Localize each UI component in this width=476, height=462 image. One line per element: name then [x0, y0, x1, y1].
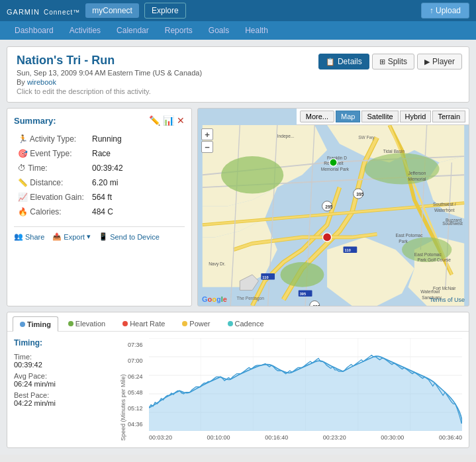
x-axis: 00:03:20 00:10:00 00:16:40 00:23:20 00:3… — [149, 434, 462, 441]
nav-reports[interactable]: Reports — [157, 21, 201, 40]
table-row: 📏 Distance: 6.20 mi — [15, 176, 183, 189]
svg-text:110: 110 — [262, 275, 268, 279]
export-icon: 📤 — [52, 232, 62, 241]
chart-svg — [149, 338, 462, 431]
nav-health[interactable]: Health — [237, 21, 276, 40]
elevation-icon: 📈 — [18, 193, 28, 202]
distance-icon: 📏 — [18, 178, 28, 187]
timing-title: Timing: — [14, 338, 113, 347]
svg-point-9 — [365, 153, 440, 184]
svg-text:Franklin D: Franklin D — [327, 156, 347, 160]
activity-date: Sun, Sep 13, 2009 9:04 AM Eastern Time (… — [17, 69, 459, 77]
elevation-dot — [68, 321, 73, 326]
map-panel[interactable]: More... Map Satellite Hybrid Terrain + − — [197, 108, 469, 306]
map-type-map-button[interactable]: Map — [336, 111, 360, 122]
svg-text:Navy Dr.: Navy Dr. — [209, 261, 225, 267]
activity-type-value: Running — [89, 132, 183, 146]
calories-icon: 🔥 — [18, 207, 28, 216]
zoom-in-button[interactable]: + — [201, 128, 213, 140]
stat-row-time: Time: 00:39:42 — [14, 353, 113, 369]
timing-tab[interactable]: Timing — [13, 316, 58, 332]
svg-point-40 — [322, 233, 331, 242]
table-row: 🔥 Calories: 484 C — [15, 205, 183, 218]
nav-dashboard[interactable]: Dashboard — [7, 21, 62, 40]
svg-text:Indepe...: Indepe... — [277, 134, 295, 139]
svg-text:Buzzard: Buzzard — [446, 218, 461, 222]
svg-text:The Pentagon: The Pentagon — [237, 296, 265, 301]
share-link[interactable]: 👥 Share — [14, 232, 44, 241]
activity-description[interactable]: Click to edit the description of this ac… — [17, 87, 459, 95]
edit-icon[interactable]: ✏️ — [149, 115, 160, 126]
send-to-device-link[interactable]: 📱 Send to Device — [99, 232, 160, 241]
zoom-out-button[interactable]: − — [201, 141, 213, 153]
y-axis-label: Speed (Minutes per Mile) — [120, 338, 126, 441]
export-dropdown-icon: ▾ — [87, 232, 91, 241]
svg-text:SW Fwy: SW Fwy — [358, 135, 375, 140]
cadence-dot — [228, 321, 233, 326]
map-type-satellite-button[interactable]: Satellite — [361, 111, 398, 122]
map-type-terrain-button[interactable]: Terrain — [432, 111, 465, 122]
details-icon: 📋 — [326, 58, 335, 66]
player-icon: ▶ — [424, 58, 430, 66]
svg-text:Southwest /: Southwest / — [433, 202, 456, 207]
activity-type-icon: 🏃 — [18, 134, 28, 144]
summary-title: Summary: — [14, 116, 56, 126]
map-zoom-controls: + − — [201, 128, 213, 153]
chart-tabs: Timing Elevation Heart Rate Power Cadenc… — [7, 312, 469, 332]
cadence-tab[interactable]: Cadence — [220, 316, 271, 331]
brand-name: GARMIN — [7, 8, 40, 16]
svg-text:Fort McNair: Fort McNair — [433, 286, 456, 291]
svg-text:Park: Park — [399, 239, 408, 244]
myconnect-button[interactable]: myConnect — [85, 3, 139, 18]
terms-link[interactable]: Terms of Use — [430, 297, 465, 303]
svg-text:395: 395 — [300, 292, 306, 296]
chart-stats: Timing: Time: 00:39:42 Avg Pace: 06:24 m… — [14, 338, 113, 441]
sub-navigation: Dashboard Activities Calendar Reports Go… — [0, 21, 476, 40]
explore-button[interactable]: Explore — [144, 3, 186, 19]
stat-row-avg-pace: Avg Pace: 06:24 min/mi — [14, 372, 113, 388]
chart-icon[interactable]: 📊 — [163, 115, 174, 126]
top-navigation: GARMIN Connect™ myConnect Explore ↑ Uplo… — [0, 0, 476, 21]
svg-text:Park Golf Course: Park Golf Course — [418, 257, 452, 262]
brand-sub: Connect™ — [44, 9, 80, 16]
svg-text:East Potomac: East Potomac — [414, 252, 442, 257]
garmin-logo: GARMIN Connect™ — [7, 4, 80, 18]
title-section: Nation's Tri - Run Sun, Sep 13, 2009 9:0… — [7, 46, 469, 103]
power-dot — [182, 321, 187, 326]
splits-tab-button[interactable]: ⊞ Splits — [372, 54, 414, 69]
svg-text:Memorial Park: Memorial Park — [321, 167, 350, 171]
power-tab[interactable]: Power — [175, 316, 217, 331]
player-tab-button[interactable]: ▶ Player — [417, 54, 462, 69]
view-tab-buttons: 📋 Details ⊞ Splits ▶ Player — [318, 54, 462, 69]
timing-dot — [20, 322, 25, 327]
heart-rate-tab[interactable]: Heart Rate — [115, 316, 172, 331]
summary-header: Summary: ✏️ 📊 ✕ — [14, 115, 185, 126]
nav-activities[interactable]: Activities — [62, 21, 109, 40]
summary-action-icons: ✏️ 📊 ✕ — [149, 115, 185, 126]
share-icon: 👥 — [14, 232, 23, 241]
activity-user-link[interactable]: wirebook — [27, 78, 56, 86]
upload-button[interactable]: ↑ Upload — [421, 3, 469, 19]
details-tab-button[interactable]: 📋 Details — [318, 54, 369, 69]
heart-rate-dot — [122, 321, 128, 326]
google-logo: Google — [202, 295, 227, 303]
nav-calendar[interactable]: Calendar — [109, 21, 157, 40]
main-content: Nation's Tri - Run Sun, Sep 13, 2009 9:0… — [0, 40, 476, 455]
map-image: The Pentagon 395 295 395 Indepe... Frank… — [198, 125, 469, 306]
event-type-icon: 🎯 — [18, 149, 28, 158]
delete-icon[interactable]: ✕ — [177, 115, 185, 126]
summary-table: 🏃 Activity Type: Running 🎯 Event Type: R… — [14, 131, 185, 220]
svg-text:Waterfront: Waterfront — [434, 208, 455, 212]
nav-goals[interactable]: Goals — [201, 21, 237, 40]
chart-with-axes: Speed (Minutes per Mile) 07:36 07:00 06:… — [120, 338, 462, 441]
export-link[interactable]: 📤 Export ▾ — [52, 232, 91, 241]
time-icon: ⏱ — [18, 163, 26, 173]
elevation-tab[interactable]: Elevation — [61, 316, 113, 331]
chart-content: Timing: Time: 00:39:42 Avg Pace: 06:24 m… — [7, 332, 469, 447]
stat-row-best-pace: Best Pace: 04:22 min/mi — [14, 391, 113, 407]
y-axis: 07:36 07:00 06:24 05:48 05:12 04:36 — [128, 338, 149, 441]
map-type-hybrid-button[interactable]: Hybrid — [400, 111, 432, 122]
svg-point-8 — [221, 156, 283, 193]
map-more-button[interactable]: More... — [300, 111, 334, 122]
distance-value: 6.20 mi — [89, 176, 183, 189]
